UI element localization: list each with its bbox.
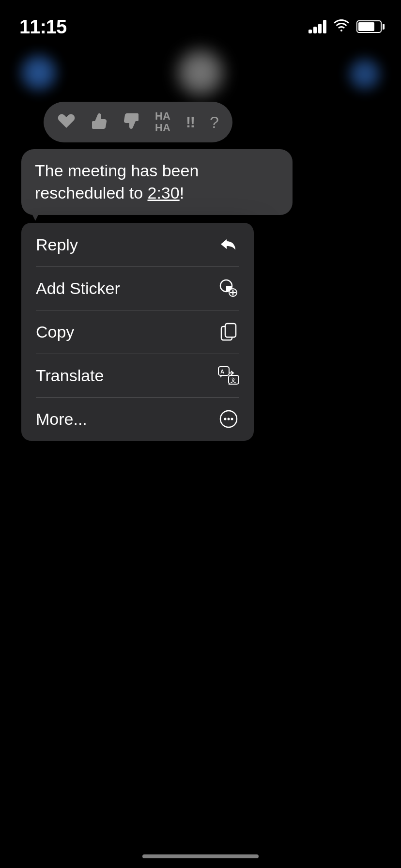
copy-label: Copy [36,323,74,341]
svg-text:文: 文 [231,377,236,383]
sticker-icon [218,278,239,299]
wifi-icon [333,19,350,34]
reaction-thumbs-down[interactable] [123,112,139,132]
signal-icon [308,20,326,33]
translate-menu-item[interactable]: Translate A 文 [21,354,254,397]
status-bar: 11:15 [0,0,401,44]
context-menu: Reply Add Sticker Copy [21,223,254,441]
home-indicator [142,854,259,858]
message-link[interactable]: 2:30 [148,184,180,202]
reply-icon [218,234,239,255]
translate-label: Translate [36,366,104,385]
reply-menu-item[interactable]: Reply [21,223,254,266]
avatar-blur-right [348,57,382,91]
status-time: 11:15 [19,16,66,38]
avatar-blur-left [19,53,58,92]
svg-point-12 [224,418,227,420]
more-label: More... [36,410,87,429]
reaction-question[interactable]: ? [210,114,219,130]
reaction-thumbs-up[interactable] [91,112,108,132]
reaction-heart[interactable] [57,113,76,132]
reaction-bar[interactable]: HAHA !! ? [44,102,232,142]
add-sticker-label: Add Sticker [36,279,120,298]
reaction-haha[interactable]: HAHA [155,110,170,134]
reply-label: Reply [36,235,78,254]
battery-icon [356,20,382,33]
avatar-blur-center [176,48,225,97]
svg-text:A: A [220,369,224,374]
copy-menu-item[interactable]: Copy [21,310,254,354]
svg-point-14 [231,418,233,420]
more-icon [218,408,239,430]
copy-icon [218,321,239,342]
status-icons [308,19,382,34]
translate-icon: A 文 [218,365,239,386]
more-menu-item[interactable]: More... [21,397,254,441]
message-bubble: The meeting has been rescheduled to 2:30… [21,149,293,215]
add-sticker-menu-item[interactable]: Add Sticker [21,266,254,310]
message-text: The meeting has been rescheduled to 2:30… [35,161,199,202]
svg-rect-5 [225,324,236,337]
svg-point-13 [228,418,230,420]
reaction-exclamation[interactable]: !! [186,114,194,130]
